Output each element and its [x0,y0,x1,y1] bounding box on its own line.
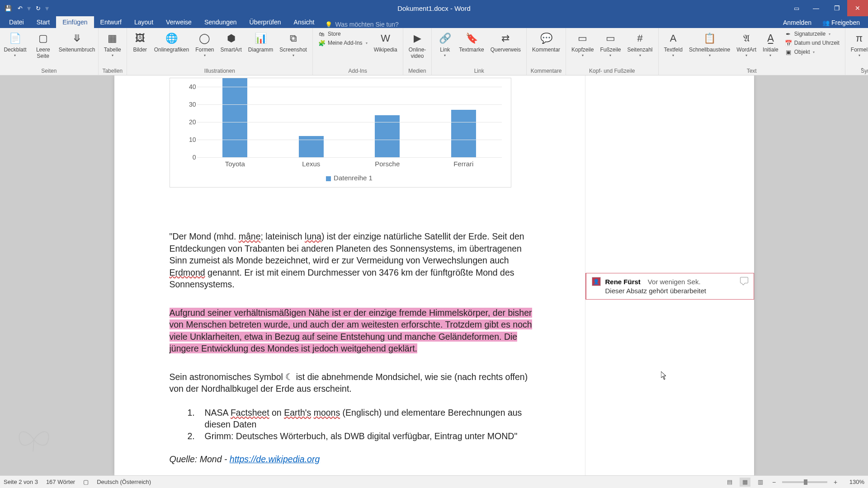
zoom-out-button[interactable]: − [770,479,778,486]
group-media: ▶Online-video Medien [403,28,432,75]
chart-bar [349,78,426,157]
status-language[interactable]: Deutsch (Österreich) [97,479,151,485]
smartart-button[interactable]: ⬢SmartArt [219,30,244,54]
tab-home[interactable]: Start [30,16,57,28]
screenshot-button[interactable]: ⧉Screenshot▾ [278,30,309,58]
tab-review[interactable]: Überprüfen [243,16,288,28]
wordart-button[interactable]: 𝔄WordArt▾ [735,30,758,58]
reference-item-1[interactable]: NASA Factsheet on Earth's moons (Englisc… [205,407,535,431]
tell-me-search[interactable]: 💡 Was möchten Sie tun? [325,21,398,28]
share-button[interactable]: 👥Freigeben [818,17,864,28]
object-icon: ▣ [785,48,792,56]
cover-page-button[interactable]: 📄Deckblatt▾ [4,30,27,58]
collapse-ribbon-icon[interactable]: ⌃ [860,67,864,73]
reply-icon[interactable] [740,277,748,283]
signature-line-button[interactable]: ✒Signaturzeile▾ [783,30,841,38]
ref1-factsheet: Factsheet [231,408,269,418]
page-break-button[interactable]: ⤋Seitenumbruch [60,30,94,54]
save-icon[interactable]: 💾 [3,3,14,14]
reference-item-2[interactable]: Grimm: Deutsches Wörterbuch, als DWB dig… [205,430,535,442]
blank-page-button[interactable]: ▢Leere Seite [29,30,57,61]
chart-gridline [197,157,502,158]
chart-gridline [197,122,502,122]
avatar: 👤 [592,277,601,286]
quickparts-button[interactable]: 📋Schnellbausteine▾ [687,30,732,58]
tab-insert[interactable]: Einfügen [56,16,94,28]
comment-button[interactable]: 💬Kommentar [530,30,562,54]
source-line[interactable]: Quelle: Mond - https://de.wikipedia.org [170,453,585,465]
tab-design[interactable]: Entwurf [94,16,128,28]
signin-button[interactable]: Anmelden [778,17,816,28]
zoom-percent[interactable]: 130% [844,479,864,485]
ribbon-display-options-icon[interactable]: ▭ [788,0,806,16]
my-addins-icon: 🧩 [318,39,326,47]
screenshot-label: Screenshot [279,47,307,53]
chart-gridline [197,87,502,87]
paragraph-3[interactable]: Sein astronomisches Symbol ☾ ist die abn… [170,371,531,395]
tell-me-placeholder: Was möchten Sie tun? [335,21,398,28]
tab-file[interactable]: Datei [3,16,30,28]
header-icon: ▭ [575,31,590,46]
view-print-layout-icon[interactable]: ▦ [740,478,750,487]
redo-icon[interactable]: ↻ [33,3,43,14]
tab-references[interactable]: Verweise [160,16,198,28]
paragraph-highlighted[interactable]: Aufgrund seiner verhältnismäßigen Nähe i… [170,307,538,355]
footer-icon: ▭ [603,31,618,46]
wikipedia-button[interactable]: WWikipedia [372,30,399,54]
group-comments-label: Kommentare [530,67,562,74]
pictures-button[interactable]: 🖼Bilder [131,30,150,54]
object-button[interactable]: ▣Objekt▾ [783,48,841,56]
tab-mailings[interactable]: Sendungen [198,16,243,28]
link-button[interactable]: 🔗Link▾ [435,30,454,58]
bookmark-button[interactable]: 🔖Textmarke [457,30,486,54]
comment-author: Rene Fürst [605,278,641,286]
comment-card[interactable]: 👤 Rene Fürst Vor wenigen Sek. Dieser Abs… [585,273,754,300]
footer-button[interactable]: ▭Fußzeile▾ [598,30,623,58]
online-pictures-label: Onlinegrafiken [154,47,189,53]
embedded-chart[interactable]: 010203040 ToyotaLexusPorscheFerrari Date… [170,78,511,188]
status-page[interactable]: Seite 2 von 3 [4,479,38,485]
chart-bar-rect [451,110,476,157]
qat-separator: ▾ [27,4,31,13]
zoom-in-button[interactable]: + [832,479,839,486]
close-icon[interactable]: ✕ [847,0,868,16]
store-label: Store [328,31,341,37]
equation-button[interactable]: πFormel▾ [849,30,868,58]
initials-button[interactable]: A̲Initiale▾ [761,30,780,58]
my-addins-button[interactable]: 🧩Meine Add-Ins▾ [316,39,369,47]
tab-view[interactable]: Ansicht [288,16,321,28]
window-controls: ▭ — ❐ ✕ [788,0,868,16]
page: 010203040 ToyotaLexusPorscheFerrari Date… [114,75,754,475]
paragraph-1[interactable]: "Der Mond (mhd. mâne; lateinisch luna) i… [170,230,531,291]
status-words[interactable]: 167 Wörter [46,479,75,485]
chart-button[interactable]: 📊Diagramm [246,30,275,54]
textbox-button[interactable]: ATextfeld▾ [662,30,684,58]
tab-layout[interactable]: Layout [128,16,160,28]
minimize-icon[interactable]: — [806,0,826,16]
store-button[interactable]: 🛍Store [316,30,369,38]
qat-customize-icon[interactable]: ▾ [45,4,49,13]
header-button[interactable]: ▭Kopfzeile▾ [570,30,595,58]
view-web-layout-icon[interactable]: ▥ [755,478,766,487]
zoom-slider[interactable] [782,481,827,483]
reference-list[interactable]: NASA Factsheet on Earth's moons (Englisc… [205,407,535,442]
source-link[interactable]: https://de.wikipedia.org [230,454,320,464]
pagenum-icon: # [632,31,648,46]
maximize-icon[interactable]: ❐ [826,0,847,16]
header-label: Kopfzeile [571,47,594,53]
crossref-button[interactable]: ⇄Querverweis [489,30,523,54]
table-button[interactable]: ▦Tabelle▾ [102,30,123,58]
online-pictures-button[interactable]: 🌐Onlinegrafiken [152,30,191,54]
page-content[interactable]: 010203040 ToyotaLexusPorscheFerrari Date… [114,75,585,475]
status-proofing-icon[interactable]: ▢ [83,479,89,485]
blank-page-label: Leere Seite [31,47,55,60]
online-video-button[interactable]: ▶Online-video [407,30,428,61]
zoom-thumb[interactable] [804,479,807,485]
undo-icon[interactable]: ↶ [14,3,25,14]
highlighted-text: Aufgrund seiner verhältnismäßigen Nähe i… [170,308,532,354]
shapes-button[interactable]: ◯Formen▾ [193,30,216,58]
online-pictures-icon: 🌐 [164,31,179,46]
datetime-button[interactable]: 📅Datum und Uhrzeit [783,39,841,47]
view-read-mode-icon[interactable]: ▤ [724,478,735,487]
pagenum-button[interactable]: #Seitenzahl▾ [625,30,654,58]
